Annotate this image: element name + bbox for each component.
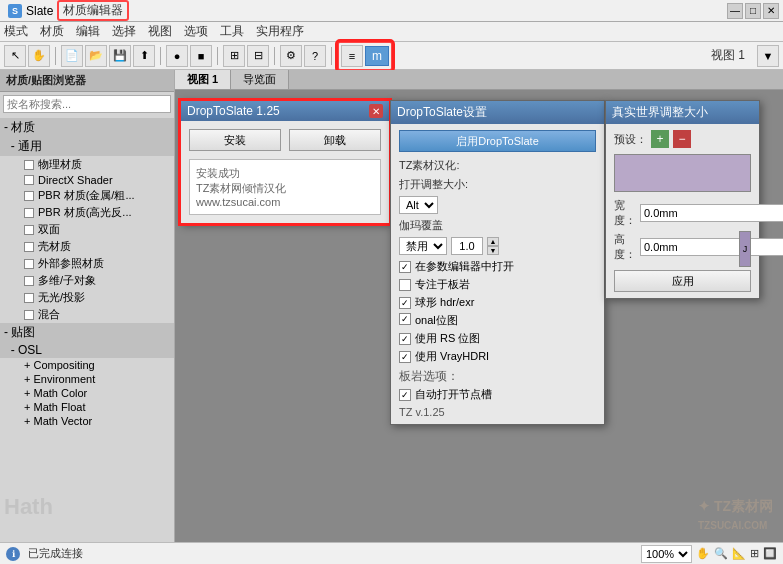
tree-section-materials[interactable]: - 材质 (0, 118, 174, 137)
menu-tools[interactable]: 工具 (220, 23, 244, 40)
tz-logo-text: ✦ TZ素材网TZSUCAI.COM (698, 498, 773, 532)
tab-view1[interactable]: 视图 1 (175, 70, 231, 89)
tool-open[interactable]: 📂 (85, 45, 107, 67)
toolbar-dropdown[interactable]: ▼ (757, 45, 779, 67)
gamma-down[interactable]: ▼ (487, 246, 499, 255)
checkbox-pbr-specular[interactable] (24, 208, 34, 218)
checkbox-shell[interactable] (24, 242, 34, 252)
alt-row: Alt (399, 196, 596, 214)
panel-header: 材质/贴图浏览器 (0, 70, 174, 92)
tree-item-matte[interactable]: 无光/投影 (0, 289, 174, 306)
checkbox-matte[interactable] (24, 293, 34, 303)
tree-item-physical[interactable]: 物理材质 (0, 156, 174, 173)
preset-add-button[interactable]: + (651, 130, 669, 148)
enable-button[interactable]: 启用DropToSlate (399, 130, 596, 152)
tree-item-multisub[interactable]: 多维/子对象 (0, 272, 174, 289)
tree-item-blend[interactable]: 混合 (0, 306, 174, 323)
tree-item-directx[interactable]: DirectX Shader (0, 173, 174, 187)
view-tabs: 视图 1 导览面 (175, 70, 783, 90)
gamma-up[interactable]: ▲ (487, 237, 499, 246)
tree-section-osl[interactable]: - OSL (0, 342, 174, 358)
status-grid-icon[interactable]: ⊞ (750, 547, 759, 560)
close-button[interactable]: ✕ (763, 3, 779, 19)
gamma-value-input[interactable] (451, 237, 483, 255)
tool-options[interactable]: ⚙ (280, 45, 302, 67)
check-open-editor[interactable]: ✓ (399, 261, 411, 273)
status-search-icon[interactable]: 🔍 (714, 547, 728, 560)
check-vray[interactable]: ✓ (399, 351, 411, 363)
tree-item-pbr-metal[interactable]: PBR 材质(金属/粗... (0, 187, 174, 204)
zoom-select[interactable]: 100% (641, 545, 692, 563)
status-layout-icon[interactable]: 🔲 (763, 547, 777, 560)
tool-export[interactable]: ⬆ (133, 45, 155, 67)
info-line-1: 安装成功 (196, 166, 374, 181)
tool-material-icon[interactable]: ≡ (341, 45, 363, 67)
tree-item-doublesided[interactable]: 双面 (0, 221, 174, 238)
checkbox-xref[interactable] (24, 259, 34, 269)
menu-mode[interactable]: 模式 (4, 23, 28, 40)
checkbox-pbr-metal[interactable] (24, 191, 34, 201)
status-hand-icon[interactable]: ✋ (696, 547, 710, 560)
check-focus-slate[interactable] (399, 279, 411, 291)
tool-save[interactable]: 💾 (109, 45, 131, 67)
checkbox-doublesided[interactable] (24, 225, 34, 235)
tree-item-pbr-specular[interactable]: PBR 材质(高光反... (0, 204, 174, 221)
tool-new[interactable]: 📄 (61, 45, 83, 67)
menu-select[interactable]: 选择 (112, 23, 136, 40)
tab-navigator[interactable]: 导览面 (231, 70, 289, 89)
tree-item-xref[interactable]: 外部参照材质 (0, 255, 174, 272)
maximize-button[interactable]: □ (745, 3, 761, 19)
tool-grid[interactable]: ⊟ (247, 45, 269, 67)
tree-section-general[interactable]: - 通用 (0, 137, 174, 156)
tool-move[interactable]: ✋ (28, 45, 50, 67)
version-label: TZ v.1.25 (399, 406, 596, 418)
tree-item-shell[interactable]: 壳材质 (0, 238, 174, 255)
apply-button[interactable]: 应用 (614, 270, 751, 292)
width-row: 宽度： ▲ ▼ (614, 198, 751, 228)
menu-material[interactable]: 材质 (40, 23, 64, 40)
width-input[interactable] (640, 204, 783, 222)
check-auto-open[interactable]: ✓ (399, 389, 411, 401)
gamma-label: 伽玛覆盖 (399, 218, 479, 233)
check-onal[interactable]: ✓ (399, 313, 411, 325)
minimize-button[interactable]: — (727, 3, 743, 19)
tree-item-math-float[interactable]: + Math Float (0, 400, 174, 414)
tree-item-math-vector[interactable]: + Math Vector (0, 414, 174, 428)
link-button[interactable]: J (739, 231, 751, 267)
checkbox-blend[interactable] (24, 310, 34, 320)
tree-section-maps[interactable]: - 贴图 (0, 323, 174, 342)
size-body: 预设： + − 宽度： ▲ ▼ (606, 124, 759, 298)
menu-edit[interactable]: 编辑 (76, 23, 100, 40)
tool-m-label[interactable]: m (365, 46, 389, 66)
search-input[interactable] (3, 95, 171, 113)
tool-help[interactable]: ? (304, 45, 326, 67)
height-input[interactable] (640, 238, 783, 256)
drop-dialog-title: DropToSlate 1.25 (187, 104, 280, 118)
drop-dialog-close[interactable]: ✕ (369, 104, 383, 118)
tool-separator-3 (217, 47, 218, 65)
alt-select[interactable]: Alt (399, 196, 438, 214)
tree-item-math-color[interactable]: + Math Color (0, 386, 174, 400)
checkbox-directx[interactable] (24, 175, 34, 185)
tool-select[interactable]: ↖ (4, 45, 26, 67)
status-nav-icon[interactable]: 📐 (732, 547, 746, 560)
check-rs[interactable]: ✓ (399, 333, 411, 345)
install-button[interactable]: 安装 (189, 129, 281, 151)
gamma-select[interactable]: 禁用 (399, 237, 447, 255)
auto-open-row: ✓ 自动打开节点槽 (399, 387, 596, 402)
menu-utilities[interactable]: 实用程序 (256, 23, 304, 40)
tool-layout[interactable]: ⊞ (223, 45, 245, 67)
tool-sphere[interactable]: ● (166, 45, 188, 67)
uninstall-button[interactable]: 卸载 (289, 129, 381, 151)
tree-item-environment[interactable]: + Environment (0, 372, 174, 386)
check-sphere-hdr[interactable]: ✓ (399, 297, 411, 309)
tool-box[interactable]: ■ (190, 45, 212, 67)
view-content: TZSUCAI.COM ✦ TZ素材网TZSUCAI.COM 汉化版 DropT… (175, 90, 783, 542)
tree-item-compositing[interactable]: + Compositing (0, 358, 174, 372)
preset-minus-button[interactable]: − (673, 130, 691, 148)
menu-view[interactable]: 视图 (148, 23, 172, 40)
checkbox-physical[interactable] (24, 160, 34, 170)
checkbox-multisub[interactable] (24, 276, 34, 286)
menu-options[interactable]: 选项 (184, 23, 208, 40)
status-bar: ℹ 已完成连接 100% ✋ 🔍 📐 ⊞ 🔲 (0, 542, 783, 564)
